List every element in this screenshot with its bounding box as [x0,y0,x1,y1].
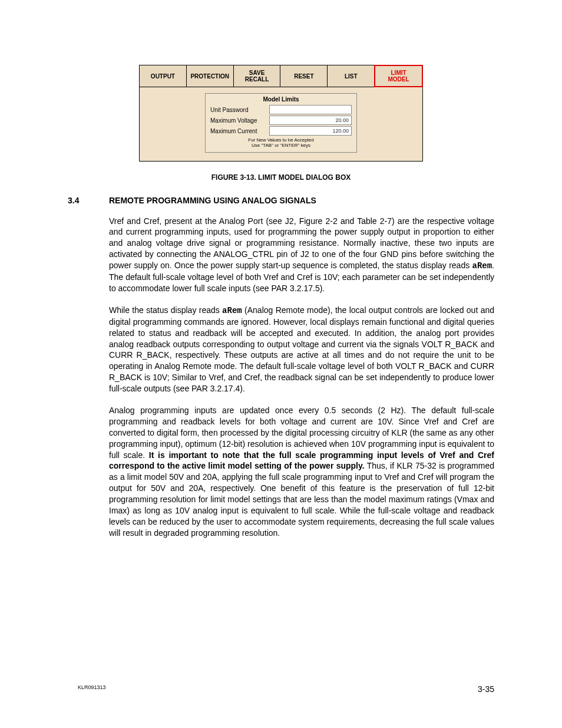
unit-password-field[interactable] [269,105,352,114]
protection-button[interactable]: PROTECTION [187,65,234,87]
max-current-label: Maximum Current [210,128,269,134]
panel-note: For New Values to be AcceptedUse "TAB" o… [210,138,352,149]
limit-model-dialog: OUTPUT PROTECTION SAVE RECALL RESET LIST… [139,65,423,162]
dialog-toolbar: OUTPUT PROTECTION SAVE RECALL RESET LIST… [140,65,422,87]
limit-model-button[interactable]: LIMIT MODEL [374,65,423,87]
panel-title: Model Limits [210,96,352,103]
doc-id: KLR091313 [78,684,106,694]
paragraph-3: Analog programming inputs are updated on… [109,405,494,539]
list-button[interactable]: LIST [328,65,375,87]
reset-button[interactable]: RESET [280,65,328,87]
paragraph-1: Vref and Cref, present at the Analog Por… [109,216,494,294]
arem-code: aRem [222,306,242,315]
model-limits-panel: Model Limits Unit Password Maximum Volta… [205,93,357,153]
section-number: 3.4 [68,196,109,205]
max-voltage-label: Maximum Voltage [210,117,269,124]
page-number: 3-35 [478,684,494,694]
save-recall-button[interactable]: SAVE RECALL [234,65,281,87]
section-title: REMOTE PROGRAMMING USING ANALOG SIGNALS [109,196,316,205]
body-text: Vref and Cref, present at the Analog Por… [109,216,494,539]
figure-caption: FIGURE 3-13. LIMIT MODEL DIALOG BOX [68,173,494,182]
max-current-field[interactable]: 120.00 [269,126,352,136]
max-voltage-field[interactable]: 20.00 [269,116,352,125]
arem-code: aRem [472,261,492,271]
paragraph-2: While the status display reads aRem (Ana… [109,305,494,394]
unit-password-label: Unit Password [210,107,269,113]
output-button[interactable]: OUTPUT [140,65,187,87]
